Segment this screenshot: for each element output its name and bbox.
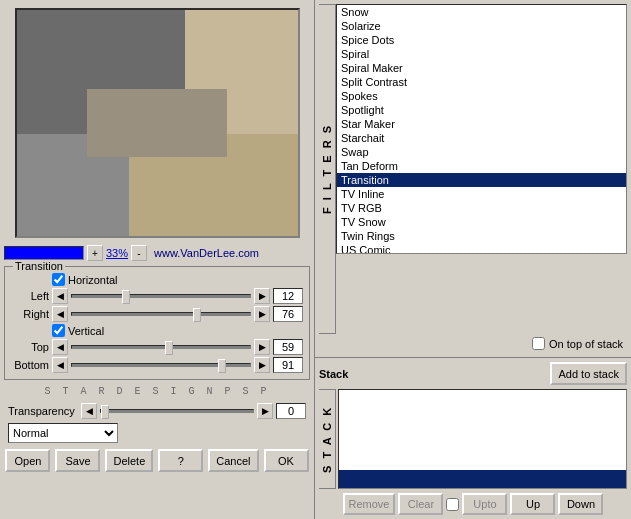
add-to-stack-button[interactable]: Add to stack: [550, 362, 627, 385]
left-slider[interactable]: [71, 294, 251, 298]
transparency-arrow-right[interactable]: ▶: [257, 403, 273, 419]
filter-item[interactable]: Spiral: [337, 47, 626, 61]
top-slider-thumb[interactable]: [165, 341, 173, 355]
upto-checkbox[interactable]: [446, 498, 459, 511]
blend-mode-row: Normal: [0, 421, 314, 445]
bottom-slider-thumb[interactable]: [218, 359, 226, 373]
transparency-slider-thumb[interactable]: [101, 405, 109, 419]
zoom-plus-button[interactable]: +: [87, 245, 103, 261]
left-label: Left: [11, 290, 49, 302]
preview-center: [87, 89, 228, 157]
transparency-row: Transparency ◀ ▶: [0, 401, 314, 421]
bottom-arrow-right[interactable]: ▶: [254, 357, 270, 373]
bottom-label: Bottom: [11, 359, 49, 371]
filters-list[interactable]: SnowSolarizeSpice DotsSpiralSpiral Maker…: [336, 4, 627, 254]
right-panel: F I L T E R S SnowSolarizeSpice DotsSpir…: [315, 0, 631, 519]
transition-group: Transition Horizontal Left ◀ ▶: [4, 266, 310, 380]
right-slider-thumb[interactable]: [193, 308, 201, 322]
vertical-row: Vertical: [11, 324, 303, 337]
left-value-input[interactable]: [273, 288, 303, 304]
filter-item[interactable]: Transition: [337, 173, 626, 187]
stack-area: S T A C K: [319, 389, 627, 489]
stack-highlight: [339, 470, 626, 488]
on-top-label: On top of stack: [549, 338, 623, 350]
horizontal-checkbox-label[interactable]: Horizontal: [52, 273, 118, 286]
filter-item[interactable]: Twin Rings: [337, 229, 626, 243]
open-button[interactable]: Open: [5, 449, 50, 472]
transparency-arrow-left[interactable]: ◀: [81, 403, 97, 419]
left-row: Left ◀ ▶: [11, 288, 303, 304]
top-slider[interactable]: [71, 345, 251, 349]
right-label: Right: [11, 308, 49, 320]
left-slider-thumb[interactable]: [122, 290, 130, 304]
filter-item[interactable]: Spiral Maker: [337, 61, 626, 75]
filters-vertical-label: F I L T E R S: [319, 4, 336, 334]
transparency-value-input[interactable]: [276, 403, 306, 419]
filter-item[interactable]: Snow: [337, 5, 626, 19]
filters-list-container: F I L T E R S SnowSolarizeSpice DotsSpir…: [319, 4, 627, 334]
help-button[interactable]: ?: [158, 449, 203, 472]
filter-item[interactable]: Swap: [337, 145, 626, 159]
top-arrow-right[interactable]: ▶: [254, 339, 270, 355]
on-top-row: On top of stack: [319, 334, 627, 353]
left-arrow-right[interactable]: ▶: [254, 288, 270, 304]
bottom-value-input[interactable]: [273, 357, 303, 373]
bottom-arrow-left[interactable]: ◀: [52, 357, 68, 373]
filter-item[interactable]: Star Maker: [337, 117, 626, 131]
right-arrow-left[interactable]: ◀: [52, 306, 68, 322]
filter-item[interactable]: Tan Deform: [337, 159, 626, 173]
preview-area: [15, 8, 300, 238]
top-label: Top: [11, 341, 49, 353]
vertical-checkbox[interactable]: [52, 324, 65, 337]
right-row: Right ◀ ▶: [11, 306, 303, 322]
up-button[interactable]: Up: [510, 493, 555, 515]
clear-button[interactable]: Clear: [398, 493, 443, 515]
left-panel: + 33% - www.VanDerLee.com Transition Hor…: [0, 0, 315, 519]
down-button[interactable]: Down: [558, 493, 603, 515]
upto-button[interactable]: Upto: [462, 493, 507, 515]
horizontal-row: Horizontal: [11, 273, 303, 286]
stack-buttons: Remove Clear Upto Up Down: [319, 493, 627, 515]
on-top-checkbox[interactable]: [532, 337, 545, 350]
filter-item[interactable]: Starchait: [337, 131, 626, 145]
zoom-minus-button[interactable]: -: [131, 245, 147, 261]
filter-item[interactable]: US Comic: [337, 243, 626, 254]
filter-item[interactable]: Solarize: [337, 19, 626, 33]
filter-item[interactable]: TV Inline: [337, 187, 626, 201]
bottom-row: Bottom ◀ ▶: [11, 357, 303, 373]
ok-button[interactable]: OK: [264, 449, 309, 472]
filter-item[interactable]: Spotlight: [337, 103, 626, 117]
cancel-button[interactable]: Cancel: [208, 449, 258, 472]
zoom-progress-bar: [4, 246, 84, 260]
filters-section: F I L T E R S SnowSolarizeSpice DotsSpir…: [315, 0, 631, 357]
remove-button[interactable]: Remove: [343, 493, 396, 515]
filter-item[interactable]: Spice Dots: [337, 33, 626, 47]
stack-list[interactable]: [338, 389, 627, 489]
right-arrow-right[interactable]: ▶: [254, 306, 270, 322]
top-arrow-left[interactable]: ◀: [52, 339, 68, 355]
horizontal-checkbox[interactable]: [52, 273, 65, 286]
save-button[interactable]: Save: [55, 449, 100, 472]
transparency-label: Transparency: [8, 405, 78, 417]
delete-button[interactable]: Delete: [105, 449, 153, 472]
stack-vertical-label: S T A C K: [319, 389, 336, 489]
filter-item[interactable]: TV RGB: [337, 201, 626, 215]
signature-area: S T A R D E S I G N P S P: [0, 382, 314, 401]
filter-item[interactable]: Split Contrast: [337, 75, 626, 89]
right-slider[interactable]: [71, 312, 251, 316]
transparency-slider[interactable]: [100, 409, 254, 413]
bottom-buttons: Open Save Delete ? Cancel OK: [0, 445, 314, 476]
site-label: www.VanDerLee.com: [154, 247, 259, 259]
right-value-input[interactable]: [273, 306, 303, 322]
blend-mode-dropdown[interactable]: Normal: [8, 423, 118, 443]
top-value-input[interactable]: [273, 339, 303, 355]
stack-title: Stack: [319, 368, 348, 380]
bottom-slider[interactable]: [71, 363, 251, 367]
top-row: Top ◀ ▶: [11, 339, 303, 355]
left-arrow-left[interactable]: ◀: [52, 288, 68, 304]
zoom-value[interactable]: 33%: [106, 247, 128, 259]
filter-item[interactable]: Spokes: [337, 89, 626, 103]
vertical-checkbox-label[interactable]: Vertical: [52, 324, 104, 337]
filter-item[interactable]: TV Snow: [337, 215, 626, 229]
transition-group-label: Transition: [13, 260, 65, 272]
